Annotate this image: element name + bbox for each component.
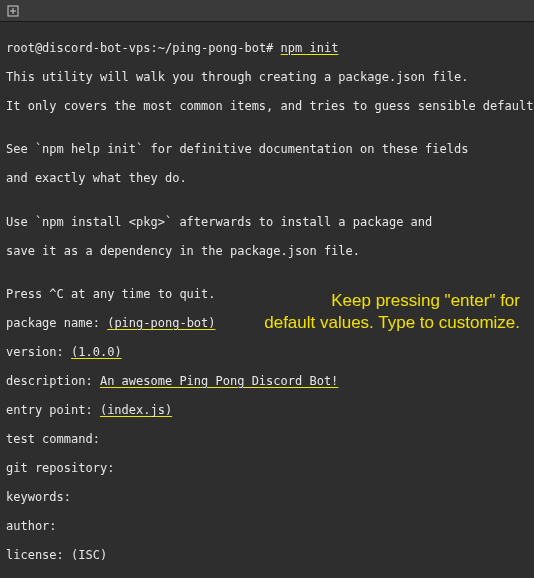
- titlebar: [0, 0, 534, 22]
- npm-prompt-entry: entry point: (index.js): [6, 403, 528, 418]
- npm-prompt-keywords: keywords:: [6, 490, 528, 505]
- npm-prompt-git: git repository:: [6, 461, 528, 476]
- annotation-line: default values. Type to customize.: [200, 312, 520, 334]
- prompt-line: root@discord-bot-vps:~/ping-pong-bot# np…: [6, 41, 528, 56]
- npm-prompt-description: description: An awesome Ping Pong Discor…: [6, 374, 528, 389]
- output-line: This utility will walk you through creat…: [6, 70, 528, 85]
- command: npm init: [281, 41, 339, 55]
- annotation-overlay: Keep pressing "enter" for default values…: [200, 290, 520, 334]
- output-line: Use `npm install <pkg>` afterwards to in…: [6, 215, 528, 230]
- npm-prompt-license: license: (ISC): [6, 548, 528, 563]
- prompt-user: root@discord-bot-vps: [6, 41, 151, 55]
- prompt-path: ~/ping-pong-bot: [158, 41, 266, 55]
- new-tab-icon[interactable]: [6, 4, 20, 18]
- terminal-area[interactable]: root@discord-bot-vps:~/ping-pong-bot# np…: [0, 22, 534, 578]
- npm-prompt-author: author:: [6, 519, 528, 534]
- output-line: save it as a dependency in the package.j…: [6, 244, 528, 259]
- output-line: See `npm help init` for definitive docum…: [6, 142, 528, 157]
- annotation-line: Keep pressing "enter" for: [200, 290, 520, 312]
- npm-prompt-version: version: (1.0.0): [6, 345, 528, 360]
- prompt-marker: #: [266, 41, 273, 55]
- output-line: It only covers the most common items, an…: [6, 99, 528, 114]
- output-line: and exactly what they do.: [6, 171, 528, 186]
- npm-prompt-test: test command:: [6, 432, 528, 447]
